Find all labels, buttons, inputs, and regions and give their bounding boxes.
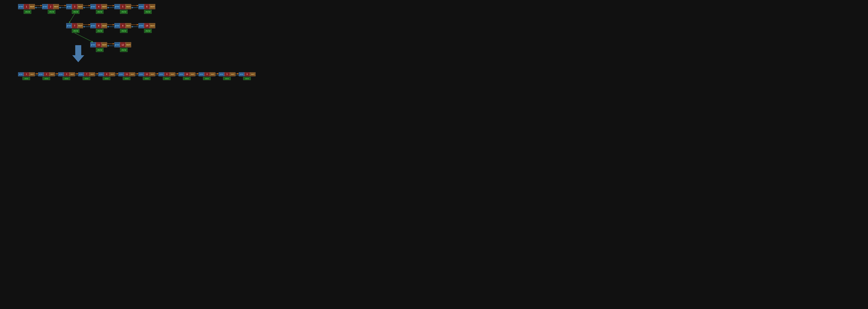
node-3-value: 3 — [72, 4, 78, 9]
node-3: prev3nextchild — [58, 72, 75, 80]
node-6: prev6nextchild — [138, 4, 155, 14]
node-11-prev: prev — [90, 42, 96, 47]
node-8-value: 8 — [96, 23, 101, 28]
node-12-prev: prev — [114, 42, 120, 47]
svg-marker-25 — [113, 24, 114, 26]
node-8-prev: prev — [98, 72, 104, 76]
node-8-next: next — [101, 23, 107, 28]
node-4-prev: prev — [90, 4, 96, 9]
node-12-prev: prev — [138, 72, 144, 76]
svg-marker-75 — [197, 73, 198, 75]
node-6-child: child — [243, 77, 251, 80]
node-7-prev: prev — [66, 23, 72, 28]
node-2-next: next — [49, 72, 55, 76]
node-6-value: 6 — [244, 72, 250, 76]
node-2-child: child — [42, 77, 50, 80]
node-9-prev: prev — [114, 23, 120, 28]
node-4-next: next — [210, 72, 215, 76]
node-9: prev9nextchild — [158, 72, 175, 80]
node-5-prev: prev — [219, 72, 224, 76]
node-11: prev11nextchild — [90, 42, 107, 52]
node-8-child: child — [96, 29, 103, 33]
node-7-child: child — [83, 77, 90, 80]
node-12-value: 12 — [120, 42, 126, 47]
node-2-child: child — [48, 10, 55, 14]
svg-marker-43 — [36, 73, 38, 75]
svg-marker-13 — [113, 5, 114, 6]
svg-marker-3 — [35, 7, 36, 8]
node-11-next: next — [101, 42, 107, 47]
node-3-child: child — [72, 10, 80, 14]
node-8: prev8nextchild — [98, 72, 115, 80]
node-12-next: next — [150, 72, 155, 76]
svg-marker-31 — [131, 26, 133, 28]
node-1-next: next — [29, 4, 35, 9]
node-5-next: next — [126, 4, 131, 9]
node-2-prev: prev — [38, 72, 44, 76]
node-8: prev8nextchild — [90, 23, 107, 33]
svg-marker-63 — [137, 73, 138, 75]
node-3-prev: prev — [66, 4, 72, 9]
svg-marker-47 — [57, 73, 58, 75]
svg-marker-35 — [107, 45, 109, 47]
node-11-child: child — [96, 48, 103, 52]
node-2-next: next — [53, 4, 59, 9]
node-5-value: 5 — [224, 72, 230, 76]
node-8-value: 8 — [104, 72, 110, 76]
svg-marker-29 — [137, 24, 138, 26]
node-6: prev6nextchild — [239, 72, 255, 80]
svg-marker-7 — [59, 7, 61, 8]
node-10-prev: prev — [138, 23, 144, 28]
node-12-value: 12 — [144, 72, 150, 76]
node-3-next: next — [78, 4, 83, 9]
node-10-next: next — [150, 23, 155, 28]
node-10-child: child — [144, 29, 152, 33]
node-7-next: next — [90, 72, 95, 76]
node-4-child: child — [203, 77, 211, 80]
svg-marker-23 — [83, 26, 85, 28]
svg-marker-1 — [40, 5, 42, 6]
node-11-prev: prev — [118, 72, 124, 76]
node-9-next: next — [170, 72, 175, 76]
node-1: prev1nextchild — [18, 72, 35, 80]
svg-marker-33 — [113, 43, 114, 45]
node-2-prev: prev — [42, 4, 48, 9]
node-9-prev: prev — [158, 72, 164, 76]
node-1-value: 1 — [24, 72, 29, 76]
svg-marker-9 — [89, 5, 90, 6]
node-3-value: 3 — [64, 72, 69, 76]
node-2-value: 2 — [48, 4, 53, 9]
svg-marker-27 — [107, 26, 109, 28]
svg-marker-11 — [83, 7, 85, 8]
node-11-value: 11 — [96, 42, 101, 47]
node-2: prev2nextchild — [42, 4, 59, 14]
node-1-prev: prev — [18, 72, 24, 76]
node-11-value: 11 — [124, 72, 130, 76]
node-10: prev10nextchild — [138, 23, 155, 33]
node-5-child: child — [120, 10, 128, 14]
node-4: prev4nextchild — [198, 72, 215, 80]
node-3-child: child — [63, 77, 70, 80]
node-2: prev2nextchild — [38, 72, 55, 80]
node-7-child: child — [72, 29, 80, 33]
node-8-next: next — [110, 72, 115, 76]
node-9-next: next — [126, 23, 131, 28]
node-5: prev5nextchild — [219, 72, 236, 80]
node-3-prev: prev — [58, 72, 64, 76]
node-4: prev4nextchild — [90, 4, 107, 14]
node-10: prev10nextchild — [179, 72, 195, 80]
svg-line-38 — [74, 33, 93, 42]
node-1: prev1nextchild — [18, 4, 35, 14]
node-9-child: child — [120, 29, 128, 33]
svg-marker-17 — [137, 5, 138, 6]
node-4-child: child — [96, 10, 103, 14]
node-7-next: next — [78, 23, 83, 28]
node-7-value: 7 — [84, 72, 90, 76]
node-3-next: next — [69, 72, 75, 76]
svg-marker-41 — [72, 55, 84, 62]
node-5-child: child — [223, 77, 231, 80]
node-11-child: child — [123, 77, 130, 80]
node-10-next: next — [190, 72, 195, 76]
node-4-prev: prev — [198, 72, 204, 76]
svg-marker-37 — [69, 21, 71, 23]
